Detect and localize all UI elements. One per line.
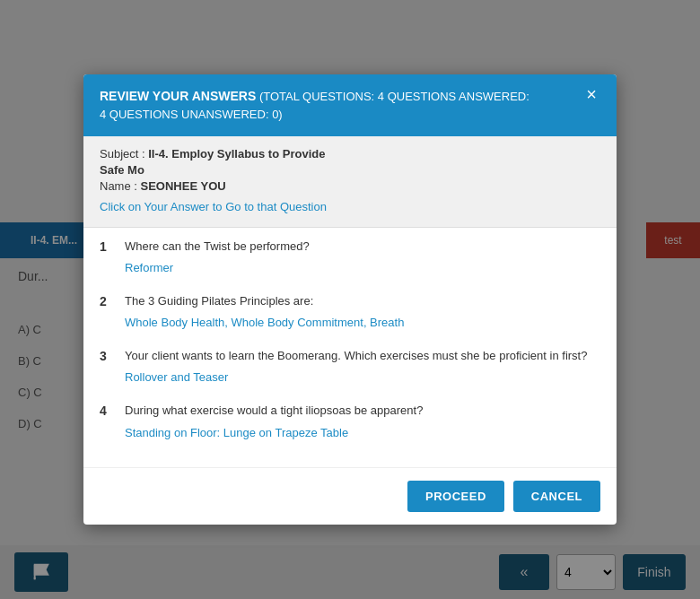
modal-footer: PROCEED CANCEL [83, 467, 617, 525]
question-text-1: Where can the Twist be performed? [125, 239, 600, 255]
question-num-4: 4 [100, 404, 114, 439]
modal-header-text: REVIEW YOUR ANSWERS (TOTAL QUESTIONS: 4 … [100, 87, 529, 124]
modal-subject-value: II-4. Employ Syllabus to Provide [148, 147, 325, 161]
modal-name: Name : SEONHEE YOU [100, 179, 600, 193]
question-item-1: 1 Where can the Twist be performed? Refo… [100, 239, 600, 275]
proceed-button[interactable]: PROCEED [407, 481, 504, 512]
modal-info-section: Subject : II-4. Employ Syllabus to Provi… [83, 136, 617, 228]
modal-close-button[interactable]: × [582, 85, 600, 103]
question-answer-2[interactable]: Whole Body Health, Whole Body Commitment… [125, 316, 404, 329]
modal-name-value: SEONHEE YOU [141, 179, 226, 193]
question-answer-3[interactable]: Rollover and Teaser [125, 370, 228, 384]
question-text-3: Your client wants to learn the Boomerang… [125, 348, 600, 364]
question-item-4: 4 During what exercise would a tight ili… [100, 403, 600, 439]
question-text-4: During what exercise would a tight iliop… [125, 403, 600, 419]
question-text-2: The 3 Guiding Pilates Principles are: [125, 293, 600, 309]
question-content-3: Your client wants to learn the Boomerang… [125, 348, 600, 385]
question-item-3: 3 Your client wants to learn the Boomera… [100, 348, 600, 385]
question-item-2: 2 The 3 Guiding Pilates Principles are: … [100, 293, 600, 330]
modal-overlay: REVIEW YOUR ANSWERS (TOTAL QUESTIONS: 4 … [0, 0, 700, 599]
question-answer-4[interactable]: Standing on Floor: Lunge on Trapeze Tabl… [125, 426, 348, 439]
modal-header: REVIEW YOUR ANSWERS (TOTAL QUESTIONS: 4 … [83, 74, 617, 136]
modal-subtitle: Safe Mo [100, 163, 600, 177]
modal-header-line2: 4 QUESTIONS UNANSWERED: 0) [100, 106, 529, 124]
question-num-2: 2 [100, 294, 114, 330]
modal-title-rest: (TOTAL QUESTIONS: 4 QUESTIONS ANSWERED: [259, 90, 529, 103]
question-content-4: During what exercise would a tight iliop… [125, 403, 600, 439]
question-num-1: 1 [100, 239, 114, 275]
question-answer-1[interactable]: Reformer [125, 261, 173, 274]
review-modal: REVIEW YOUR ANSWERS (TOTAL QUESTIONS: 4 … [83, 74, 617, 524]
question-content-1: Where can the Twist be performed? Reform… [125, 239, 600, 275]
modal-goto-link[interactable]: Click on Your Answer to Go to that Quest… [100, 200, 327, 213]
modal-title-bold: REVIEW YOUR ANSWERS [100, 89, 256, 103]
modal-body: 1 Where can the Twist be performed? Refo… [83, 228, 617, 467]
question-content-2: The 3 Guiding Pilates Principles are: Wh… [125, 293, 600, 330]
modal-subject: Subject : II-4. Employ Syllabus to Provi… [100, 147, 600, 161]
cancel-button[interactable]: CANCEL [513, 481, 600, 512]
question-num-3: 3 [100, 349, 114, 385]
